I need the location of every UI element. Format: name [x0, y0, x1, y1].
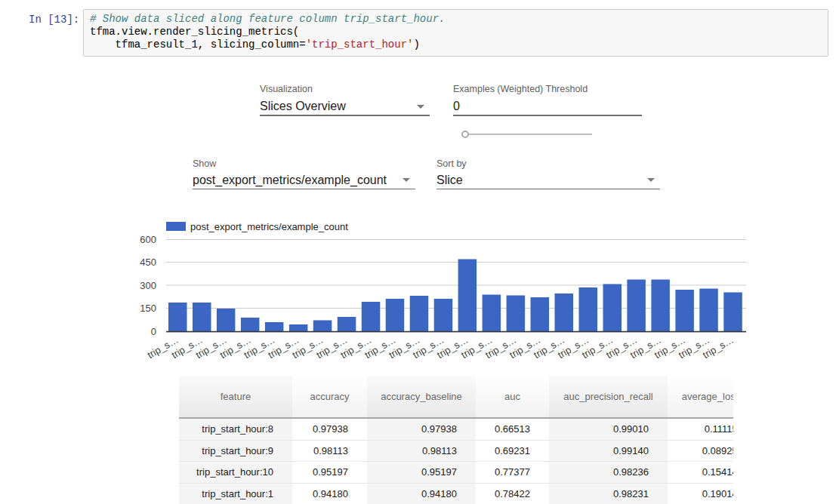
svg-text:post_export_metrics/example_co: post_export_metrics/example_count	[190, 221, 348, 232]
svg-text:0: 0	[151, 326, 156, 337]
svg-text:450: 450	[140, 257, 156, 268]
svg-text:300: 300	[140, 280, 156, 291]
svg-text:150: 150	[140, 303, 156, 314]
svg-text:600: 600	[140, 234, 156, 245]
